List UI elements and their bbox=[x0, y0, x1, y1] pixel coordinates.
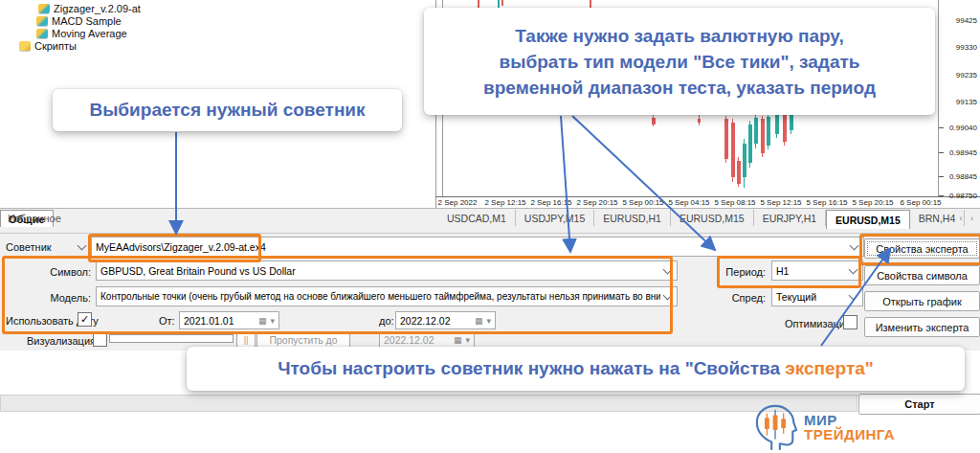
price-label: 0.98945 bbox=[949, 148, 977, 157]
symbol-tab-label: BRN,H4 bbox=[919, 213, 956, 224]
calendar-dropdown-icon[interactable]: ▾ bbox=[270, 316, 275, 326]
pause-button[interactable]: || bbox=[236, 331, 256, 348]
chevron-down-icon bbox=[849, 290, 858, 300]
advisor-label: Советник bbox=[6, 241, 52, 253]
candlestick bbox=[761, 119, 765, 153]
model-select[interactable]: Контрольные точки (очень грубый метод на… bbox=[96, 286, 678, 306]
date-to-value: 2022.12.02 bbox=[400, 315, 471, 327]
symbol-tab[interactable]: BRN,H4 bbox=[910, 210, 966, 226]
candlestick bbox=[652, 118, 656, 125]
callout-line: временной диапазон теста, указать период bbox=[483, 75, 876, 101]
time-label: 5 Sep 04:15 bbox=[668, 198, 709, 207]
chevron-down-icon bbox=[849, 264, 858, 274]
time-label: 2 Sep 2022 bbox=[438, 198, 478, 207]
symbol-tab[interactable]: EURJPY,H1 bbox=[754, 210, 826, 226]
visualization-checkbox[interactable] bbox=[93, 332, 107, 347]
callout-choose-advisor: Выбирается нужный советник bbox=[53, 89, 402, 131]
symbol-tab[interactable]: USDJPY,M15 bbox=[516, 210, 594, 226]
calendar-dropdown-icon[interactable]: ▾ bbox=[486, 316, 491, 326]
time-label: 5 Sep 20:15 bbox=[852, 198, 893, 207]
candle-wick bbox=[653, 113, 654, 126]
candle-wick bbox=[784, 110, 785, 146]
callout-set-parameters: Также нужно задать валютную пару, выбрат… bbox=[424, 8, 935, 115]
calendar-dropdown-icon: ▾ bbox=[465, 335, 470, 345]
symbol-tab-label: EURUSD,H1 bbox=[603, 213, 661, 224]
chevron-down-icon bbox=[850, 240, 859, 250]
candlestick bbox=[590, 0, 591, 8]
candle-wick bbox=[768, 113, 768, 149]
candlestick bbox=[783, 114, 787, 142]
time-label: 5 Sep 08:15 bbox=[714, 198, 755, 207]
candlestick bbox=[767, 117, 770, 146]
period-select[interactable]: H1 bbox=[771, 260, 863, 281]
price-label: 0.99040 bbox=[949, 124, 977, 132]
logo-line1: МИР bbox=[804, 413, 895, 427]
calendar-icon: ▦ bbox=[258, 316, 267, 326]
callout-text: Чтобы настроить советник нужно нажать на… bbox=[278, 358, 874, 379]
logo-line2: ТРЕЙДИНГА bbox=[804, 427, 895, 442]
candle-wick bbox=[590, 0, 590, 8]
date-to-field[interactable]: 2022.12.02 ▦ ▾ bbox=[395, 311, 496, 329]
symbol-tab-label: USDCAD,M1 bbox=[447, 213, 506, 224]
candlestick bbox=[731, 123, 735, 177]
model-value: Контрольные точки (очень грубый метод на… bbox=[100, 291, 660, 302]
time-label: 5 Sep 00:15 bbox=[622, 198, 663, 207]
callout-line: выбрать тип модели "Все тики", задать bbox=[500, 49, 860, 75]
symbol-tab[interactable]: EURUSD,M15 bbox=[671, 210, 754, 226]
axis-tick bbox=[939, 152, 944, 153]
candle-wick bbox=[762, 116, 763, 157]
metatrader-strategy-tester-screenshot: Zigzager_v.2.09-at MACD Sample Moving Av… bbox=[0, 0, 980, 453]
skip-date-value: 2022.12.02 bbox=[384, 334, 450, 346]
chevron-down-icon bbox=[663, 290, 673, 300]
symbol-tab[interactable]: EURUSD,H1 bbox=[594, 210, 671, 226]
expert-properties-button[interactable]: Свойства эксперта bbox=[864, 238, 980, 259]
callout-expert-properties: Чтобы настроить советник нужно нажать на… bbox=[187, 347, 965, 391]
model-label: Модель: bbox=[38, 292, 91, 304]
symbol-tab-label: USDJPY,M15 bbox=[524, 213, 585, 224]
candlestick bbox=[501, 0, 503, 6]
open-chart-button[interactable]: Открыть график bbox=[864, 291, 980, 311]
symbol-value: GBPUSD, Great Britain Pound vs US Dollar bbox=[100, 265, 660, 277]
candlestick bbox=[737, 161, 741, 184]
optimization-checkbox[interactable] bbox=[843, 315, 858, 329]
candlestick bbox=[748, 125, 752, 163]
candle-wick bbox=[755, 115, 756, 148]
candlestick bbox=[724, 119, 728, 159]
tab-scroll-arrows[interactable]: ‹ › bbox=[960, 214, 977, 223]
modify-expert-button[interactable]: Изменить эксперта bbox=[864, 317, 980, 337]
advisor-value: MyEAAdvisors\Zigzager_v.2.09-at.ex4 bbox=[96, 241, 847, 253]
use-date-checkbox[interactable]: ✓ bbox=[78, 312, 92, 327]
price-label: 99425 bbox=[956, 16, 977, 25]
spread-select[interactable]: Текущий bbox=[771, 286, 863, 306]
tab-bar: ОбщиеИзбранное USDCAD,M1USDJPY,M15EURUSD… bbox=[0, 208, 980, 234]
callout-highlighted-text: эксперта" bbox=[785, 358, 874, 378]
spread-value: Текущий bbox=[776, 291, 846, 303]
symbol-select[interactable]: GBPUSD, Great Britain Pound vs US Dollar bbox=[96, 260, 678, 281]
symbol-label: Символ: bbox=[38, 266, 91, 278]
symbol-tab-label: EURUSD,M15 bbox=[835, 215, 901, 226]
symbol-properties-button[interactable]: Свойства символа bbox=[864, 265, 980, 285]
candlestick bbox=[743, 144, 746, 177]
visualization-speed-slider[interactable] bbox=[109, 334, 234, 343]
axis-tick bbox=[939, 127, 944, 128]
skip-date-field[interactable]: 2022.12.02 ▦ ▾ bbox=[379, 331, 475, 348]
symbol-tab[interactable]: USDCAD,M1 bbox=[438, 210, 516, 226]
symbol-tab[interactable]: EURUSD,M15 bbox=[826, 210, 910, 229]
candlestick bbox=[478, 0, 479, 8]
spread-label: Спред: bbox=[720, 292, 766, 304]
time-label: 2 Sep 16:15 bbox=[530, 198, 571, 207]
panel-tab[interactable]: Избранное bbox=[0, 210, 69, 226]
skip-to-button[interactable]: Пропустить до bbox=[256, 331, 350, 348]
visualization-label: Визуализация bbox=[27, 335, 96, 347]
time-label: 2 Sep 20:15 bbox=[576, 198, 617, 207]
price-label: 99135 bbox=[956, 98, 977, 106]
optimization-label: Оптимизация bbox=[785, 318, 851, 329]
head-candles-logo-icon bbox=[752, 404, 800, 450]
candle-wick bbox=[744, 139, 745, 188]
symbol-tab-label: EURJPY,H1 bbox=[763, 213, 816, 224]
symbol-tab-label: EURUSD,M15 bbox=[679, 213, 745, 224]
advisor-select[interactable]: MyEAAdvisors\Zigzager_v.2.09-at.ex4 bbox=[91, 237, 864, 257]
date-from-field[interactable]: 2021.01.01 ▦ ▾ bbox=[179, 311, 279, 329]
panel-tab-label: Избранное bbox=[8, 213, 61, 224]
axis-tick bbox=[939, 176, 944, 177]
